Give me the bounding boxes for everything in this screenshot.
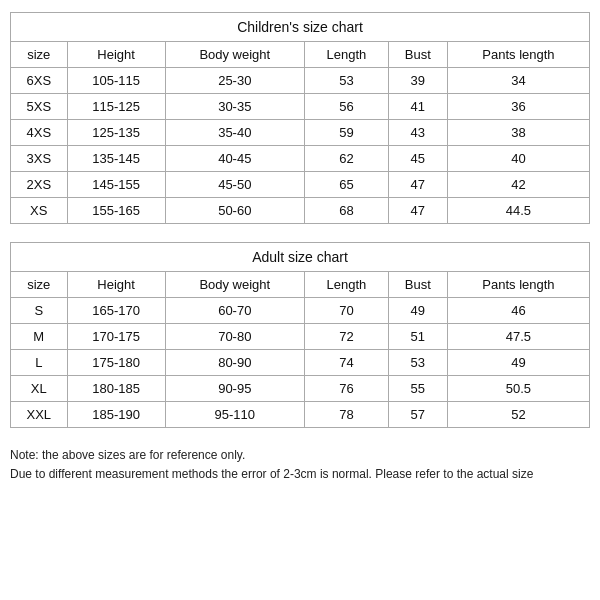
table-cell: 45-50 [165,172,304,198]
children-header-row: sizeHeightBody weightLengthBustPants len… [11,42,590,68]
table-cell: 46 [447,298,589,324]
table-cell: 47 [388,172,447,198]
table-cell: M [11,324,68,350]
table-cell: 49 [388,298,447,324]
table-cell: 72 [305,324,389,350]
table-cell: 35-40 [165,120,304,146]
adult-col-header: Height [67,272,165,298]
table-cell: 44.5 [447,198,589,224]
table-row: XXL185-19095-110785752 [11,402,590,428]
table-row: 6XS105-11525-30533934 [11,68,590,94]
adult-col-header: Bust [388,272,447,298]
table-cell: 68 [305,198,389,224]
table-cell: 41 [388,94,447,120]
children-col-header: Length [305,42,389,68]
table-cell: 56 [305,94,389,120]
table-cell: 180-185 [67,376,165,402]
table-cell: 47 [388,198,447,224]
table-cell: 40-45 [165,146,304,172]
table-cell: 78 [305,402,389,428]
table-row: 2XS145-15545-50654742 [11,172,590,198]
children-col-header: Pants length [447,42,589,68]
table-cell: 125-135 [67,120,165,146]
table-row: M170-17570-80725147.5 [11,324,590,350]
table-cell: 155-165 [67,198,165,224]
table-row: 3XS135-14540-45624540 [11,146,590,172]
note-line-2: Due to different measurement methods the… [10,465,590,484]
table-cell: 47.5 [447,324,589,350]
adult-section: Adult size chart sizeHeightBody weightLe… [10,242,590,428]
adult-col-header: Body weight [165,272,304,298]
table-cell: 74 [305,350,389,376]
table-cell: 90-95 [165,376,304,402]
children-table-title: Children's size chart [10,12,590,41]
table-cell: XL [11,376,68,402]
table-cell: 185-190 [67,402,165,428]
table-cell: 76 [305,376,389,402]
table-row: XL180-18590-95765550.5 [11,376,590,402]
notes-section: Note: the above sizes are for reference … [10,446,590,484]
table-cell: 42 [447,172,589,198]
table-cell: S [11,298,68,324]
table-row: XS155-16550-60684744.5 [11,198,590,224]
note-line-1: Note: the above sizes are for reference … [10,446,590,465]
adult-table-title: Adult size chart [10,242,590,271]
adult-col-header: Length [305,272,389,298]
table-cell: 43 [388,120,447,146]
table-cell: 135-145 [67,146,165,172]
children-col-header: Height [67,42,165,68]
table-cell: 40 [447,146,589,172]
table-cell: 55 [388,376,447,402]
table-cell: 36 [447,94,589,120]
adult-col-header: Pants length [447,272,589,298]
table-row: 5XS115-12530-35564136 [11,94,590,120]
table-row: L175-18080-90745349 [11,350,590,376]
table-cell: 60-70 [165,298,304,324]
table-cell: 105-115 [67,68,165,94]
table-cell: 30-35 [165,94,304,120]
table-cell: 65 [305,172,389,198]
children-col-header: Bust [388,42,447,68]
table-cell: 50.5 [447,376,589,402]
table-cell: 175-180 [67,350,165,376]
adult-table: sizeHeightBody weightLengthBustPants len… [10,271,590,428]
table-cell: XXL [11,402,68,428]
table-cell: 53 [388,350,447,376]
table-cell: 3XS [11,146,68,172]
table-cell: L [11,350,68,376]
table-cell: 115-125 [67,94,165,120]
table-cell: 5XS [11,94,68,120]
children-section: Children's size chart sizeHeightBody wei… [10,12,590,224]
table-cell: 62 [305,146,389,172]
children-col-header: Body weight [165,42,304,68]
children-table: sizeHeightBody weightLengthBustPants len… [10,41,590,224]
table-cell: 53 [305,68,389,94]
table-cell: 39 [388,68,447,94]
table-cell: 80-90 [165,350,304,376]
table-cell: 51 [388,324,447,350]
table-cell: 25-30 [165,68,304,94]
table-cell: 95-110 [165,402,304,428]
table-row: S165-17060-70704946 [11,298,590,324]
table-cell: 165-170 [67,298,165,324]
table-cell: 45 [388,146,447,172]
table-cell: XS [11,198,68,224]
table-cell: 52 [447,402,589,428]
table-cell: 2XS [11,172,68,198]
table-cell: 170-175 [67,324,165,350]
table-cell: 50-60 [165,198,304,224]
table-cell: 59 [305,120,389,146]
table-cell: 70-80 [165,324,304,350]
table-cell: 6XS [11,68,68,94]
table-row: 4XS125-13535-40594338 [11,120,590,146]
children-col-header: size [11,42,68,68]
adult-header-row: sizeHeightBody weightLengthBustPants len… [11,272,590,298]
table-cell: 49 [447,350,589,376]
table-cell: 34 [447,68,589,94]
table-cell: 57 [388,402,447,428]
table-cell: 4XS [11,120,68,146]
table-cell: 38 [447,120,589,146]
table-cell: 145-155 [67,172,165,198]
table-cell: 70 [305,298,389,324]
adult-col-header: size [11,272,68,298]
